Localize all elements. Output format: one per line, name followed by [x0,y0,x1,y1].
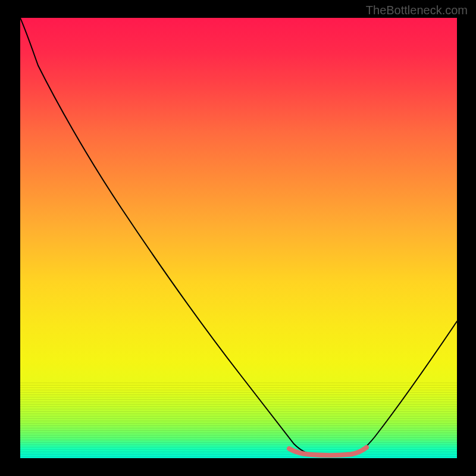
watermark-text: TheBottleneck.com [366,4,468,17]
chart-svg [20,18,457,458]
bottleneck-curve-line [20,18,457,455]
flat-valley-highlight [289,447,367,455]
chart-plot-area [20,18,457,458]
